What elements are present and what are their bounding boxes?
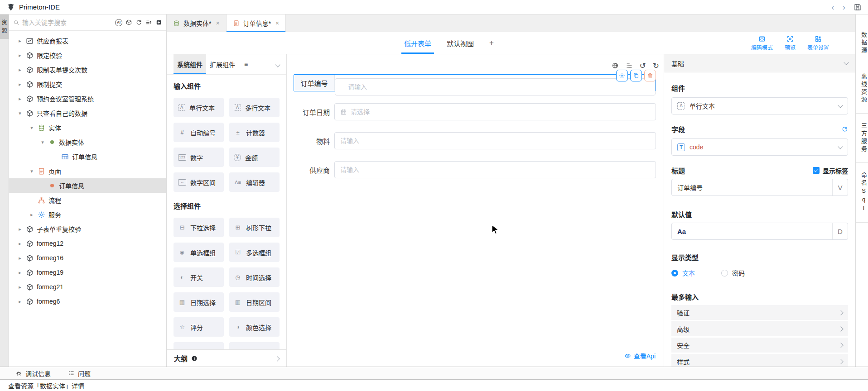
group-row-security[interactable]: 安全 <box>671 338 848 353</box>
radio-option-password[interactable]: 密码 <box>721 268 745 277</box>
tree-item[interactable]: ▸formeg6 <box>9 294 166 309</box>
tree-item[interactable]: ▾只查看自己的数据 <box>9 106 166 120</box>
add-view-icon[interactable]: + <box>489 38 494 48</box>
palette-item[interactable]: ◑颜色选择 <box>229 317 280 337</box>
form-field-order-date[interactable]: 订单日期 <box>294 103 656 120</box>
tree-item[interactable]: ▸formeg16 <box>9 251 166 265</box>
tree-item[interactable]: ▸预约会议室管理系统 <box>9 91 166 106</box>
expand-icon[interactable]: ▸ <box>17 226 23 232</box>
tree-item[interactable]: ▾数据实体 <box>9 135 166 149</box>
tree-item[interactable]: ▸formeg21 <box>9 280 166 294</box>
title-input[interactable] <box>672 184 832 191</box>
strip-tab-third-party-services[interactable]: 三方服务 <box>856 114 868 163</box>
forward-icon[interactable]: › <box>843 3 845 11</box>
palette-item[interactable]: ◉单选框组 <box>174 243 224 262</box>
sync-icon[interactable] <box>841 126 848 133</box>
palette-tab-extension[interactable]: 扩展组件 <box>206 54 239 74</box>
palette-menu-icon[interactable]: ≡ <box>244 61 248 68</box>
group-row-style[interactable]: 样式 <box>671 354 848 367</box>
palette-item[interactable]: ↔数字区间 <box>174 172 224 192</box>
tree-item[interactable]: ▸限制提交 <box>9 77 166 91</box>
palette-item[interactable]: ◐开关 <box>174 267 224 287</box>
view-api-link[interactable]: 查看Api <box>287 351 664 367</box>
form-canvas[interactable]: ↺ ↻ 订单编号 <box>287 54 664 367</box>
tree-item[interactable]: ▸formeg19 <box>9 265 166 280</box>
outline-footer[interactable]: 大纲 <box>167 349 286 367</box>
palette-item[interactable]: ☑多选框组 <box>229 243 280 262</box>
refresh-icon[interactable] <box>135 19 142 26</box>
expand-icon[interactable]: ▸ <box>29 212 34 218</box>
tree-item[interactable]: ▸限定校验 <box>9 48 166 62</box>
palette-item[interactable]: A≡编辑器 <box>229 172 280 192</box>
tree-item-selected[interactable]: 订单信息 <box>9 178 166 193</box>
palette-item[interactable]: ¥金额 <box>229 148 280 167</box>
order-code-input[interactable] <box>342 83 648 91</box>
palette-collapse-icon[interactable] <box>276 61 280 68</box>
expand-icon[interactable]: ▾ <box>17 110 23 116</box>
tree-item[interactable]: ▸限制表单提交次数 <box>9 62 166 77</box>
tree-item[interactable]: ▾页面 <box>9 164 166 178</box>
globe-icon[interactable] <box>612 62 619 69</box>
strip-tab-named-sql[interactable]: 命名Sql <box>856 163 868 223</box>
editor-tab-order-info[interactable]: 订单信息* × <box>227 14 286 32</box>
preview-button[interactable]: 预览 <box>785 35 796 51</box>
tree-item[interactable]: ▸子表单重复校验 <box>9 222 166 236</box>
tree-item[interactable]: ▾实体 <box>9 120 166 135</box>
expand-icon[interactable]: ▸ <box>17 52 23 58</box>
back-icon[interactable]: ‹ <box>831 3 834 11</box>
strip-tab-offline-resources[interactable]: 离线资源 <box>856 64 868 114</box>
title-variable-button[interactable]: V <box>832 179 848 196</box>
palette-item[interactable]: A单行文本 <box>174 98 224 117</box>
palette-item[interactable]: #自动编号 <box>174 123 224 142</box>
palette-item[interactable]: ⊟下拉选择 <box>174 218 224 237</box>
expand-icon[interactable]: ▸ <box>17 270 23 276</box>
expand-icon[interactable]: ▸ <box>17 38 23 44</box>
undo-icon[interactable]: ↺ <box>640 62 646 70</box>
form-settings-button[interactable]: 表单设置 <box>807 35 829 51</box>
expand-icon[interactable]: ▸ <box>17 299 23 305</box>
activity-tab-resources[interactable]: 资源 <box>0 14 9 39</box>
save-icon[interactable] <box>854 3 862 11</box>
expand-icon[interactable]: ▸ <box>17 241 23 247</box>
expand-icon[interactable]: ▾ <box>40 139 45 145</box>
locate-icon[interactable] <box>155 19 162 26</box>
view-tab-default-view[interactable]: 默认视图 <box>447 32 474 54</box>
palette-item[interactable]: ±计数器 <box>229 123 280 142</box>
editor-tab-data-entity[interactable]: 数据实体* × <box>167 14 227 32</box>
tree-item[interactable]: ▸供应商报表 <box>9 33 166 48</box>
expand-icon[interactable]: ▸ <box>17 81 23 87</box>
close-icon[interactable]: × <box>275 19 279 27</box>
outline-icon[interactable] <box>626 62 633 69</box>
tree-item[interactable]: 订单信息 <box>9 149 166 164</box>
supplier-input[interactable] <box>340 166 650 173</box>
new-model-icon[interactable] <box>125 19 132 26</box>
palette-item[interactable]: ◷时间选择 <box>229 267 280 287</box>
search-input[interactable] <box>22 19 112 26</box>
group-row-validation[interactable]: 验证 <box>671 305 848 320</box>
expand-icon[interactable]: ▸ <box>17 255 23 261</box>
palette-item[interactable]: ▦日期选择 <box>174 292 224 312</box>
problems-tab[interactable]: 问题 <box>68 369 91 378</box>
palette-item[interactable]: ▥日期区间 <box>229 292 280 312</box>
component-select[interactable]: A 单行文本 <box>671 97 848 114</box>
expand-icon[interactable]: ▸ <box>17 67 23 73</box>
palette-item[interactable]: ☆评分 <box>174 317 224 337</box>
field-select[interactable]: T code <box>671 138 848 156</box>
palette-item[interactable]: ⊞树形下拉 <box>229 218 280 237</box>
tree-item[interactable]: ▸服务 <box>9 207 166 222</box>
palette-item[interactable]: A多行文本 <box>229 98 280 117</box>
radio-option-text[interactable]: 文本 <box>671 268 695 277</box>
group-row-advanced[interactable]: 高级 <box>671 321 848 336</box>
expand-icon[interactable]: ▾ <box>29 125 34 131</box>
tree-item[interactable]: 流程 <box>9 193 166 207</box>
expand-icon[interactable]: ▸ <box>17 284 23 290</box>
inspector-header-basic[interactable]: 基础 <box>664 54 855 72</box>
form-field-material[interactable]: 物料 <box>294 132 656 149</box>
material-input[interactable] <box>340 137 650 144</box>
palette-item[interactable]: 123数字 <box>174 148 224 167</box>
code-mode-button[interactable]: 编码模式 <box>751 35 773 51</box>
show-label-checkbox[interactable] <box>813 167 820 174</box>
ai-icon[interactable]: AI <box>115 19 122 26</box>
debug-info-tab[interactable]: 调试信息 <box>15 369 51 378</box>
palette-tab-system[interactable]: 系统组件 <box>174 54 206 74</box>
